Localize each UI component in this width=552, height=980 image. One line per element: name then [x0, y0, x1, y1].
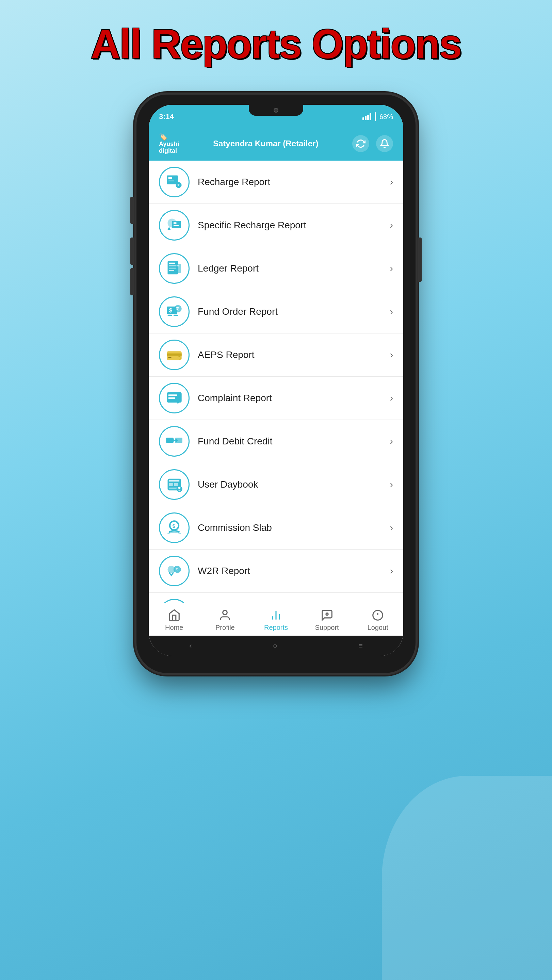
brand-icon: 🏷️ [159, 133, 167, 141]
commission-slab-icon: $ [165, 519, 183, 537]
svg-text:₹: ₹ [177, 183, 180, 187]
phone-screen: 3:14 68% 🏷️ Ayushidigital Satyendra Kuma… [149, 105, 403, 656]
fund-debit-credit-label: Fund Debit Credit [198, 436, 390, 447]
nav-home-label: Home [165, 624, 183, 632]
fund-order-label: Fund Order Report [198, 306, 390, 317]
specific-recharge-icon-wrap [159, 210, 189, 240]
complaint-report-label: Complaint Report [198, 393, 390, 404]
menu-item-w2r-report[interactable]: ₹ W2R Report › [149, 550, 403, 593]
brand-logo: 🏷️ Ayushidigital [159, 133, 179, 154]
menu-item-ledger-report[interactable]: Ledger Report › [149, 247, 403, 290]
svg-rect-12 [169, 267, 177, 268]
svg-rect-7 [173, 222, 177, 224]
menu-item-complaint-report[interactable]: Complaint Report › [149, 377, 403, 420]
page-title: All Reports Options [91, 21, 461, 67]
svg-text:₹: ₹ [176, 568, 178, 572]
fund-debit-credit-icon [165, 433, 183, 450]
svg-point-36 [178, 487, 181, 489]
svg-rect-33 [174, 483, 178, 486]
battery-percent: 68% [379, 113, 393, 121]
w2r-report-icon-wrap: ₹ [159, 556, 189, 586]
commission-slab-chevron: › [390, 522, 393, 533]
commission-slab-label: Commission Slab [198, 522, 390, 533]
menu-item-recharge-report[interactable]: ₹ Recharge Report › [149, 161, 403, 204]
menu-item-specific-recharge[interactable]: Specific Recharge Report › [149, 204, 403, 247]
fund-debit-credit-icon-wrap [159, 426, 189, 457]
svg-point-24 [178, 356, 181, 360]
nav-reports[interactable]: Reports [259, 609, 293, 632]
reports-icon [270, 609, 282, 622]
user-name: Satyendra Kumar (Retailer) [213, 139, 318, 148]
specific-recharge-label: Specific Recharge Report [198, 220, 390, 231]
profile-icon [218, 609, 231, 622]
nav-support-label: Support [315, 624, 339, 632]
complaint-report-icon [165, 389, 183, 407]
refresh-button[interactable] [352, 135, 369, 152]
menu-item-fund-order[interactable]: $ ₹ Fund Order Report › [149, 290, 403, 334]
svg-rect-8 [173, 225, 179, 226]
ledger-report-chevron: › [390, 263, 393, 274]
svg-rect-15 [177, 266, 180, 266]
svg-point-54 [223, 611, 227, 615]
back-gesture[interactable]: ‹ [189, 641, 192, 650]
camera-icon [274, 108, 278, 113]
complaint-report-icon-wrap [159, 383, 189, 414]
menu-item-user-daybook[interactable]: User Daybook › [149, 463, 403, 506]
status-right: 68% [363, 113, 393, 121]
ledger-report-icon [165, 259, 183, 277]
brand-name: Ayushidigital [159, 141, 179, 154]
w2r-report-label: W2R Report [198, 566, 390, 576]
recharge-report-icon-wrap: ₹ [159, 167, 189, 197]
recharge-report-label: Recharge Report [198, 177, 390, 188]
nav-reports-label: Reports [264, 624, 288, 632]
nav-logout[interactable]: Logout [361, 609, 395, 632]
aeps-icon [165, 346, 183, 364]
status-time: 3:14 [159, 112, 174, 121]
fund-order-icon: $ ₹ [165, 303, 183, 321]
bg-decoration [382, 776, 552, 980]
aeps-label: AEPS Report [198, 350, 390, 360]
menu-item-fund-debit-credit[interactable]: Fund Debit Credit › [149, 420, 403, 463]
fund-order-chevron: › [390, 306, 393, 317]
menu-item-commission-slab[interactable]: $ Commission Slab › [149, 506, 403, 550]
svg-rect-3 [169, 177, 172, 179]
daybook-dmt-icon-wrap: $ [159, 599, 189, 603]
header-icons [352, 135, 393, 152]
logout-icon [371, 609, 384, 622]
aeps-icon-wrap [159, 340, 189, 370]
svg-rect-10 [169, 262, 175, 264]
menu-gesture[interactable]: ≡ [358, 641, 363, 650]
notification-button[interactable] [376, 135, 393, 152]
recharge-report-chevron: › [390, 177, 393, 188]
support-icon [321, 609, 334, 622]
nav-support[interactable]: Support [310, 609, 344, 632]
svg-rect-32 [169, 483, 173, 486]
ledger-report-label: Ledger Report [198, 263, 390, 274]
recharge-report-icon: ₹ [165, 173, 183, 191]
home-gesture[interactable]: ○ [273, 641, 277, 650]
svg-rect-25 [167, 392, 181, 402]
phone-gesture-bar: ‹ ○ ≡ [149, 636, 403, 656]
w2r-report-icon: ₹ [165, 562, 183, 580]
signal-icon [363, 113, 371, 120]
complaint-report-chevron: › [390, 393, 393, 404]
svg-rect-14 [176, 264, 181, 273]
specific-recharge-icon [165, 216, 183, 234]
menu-item-aeps[interactable]: AEPS Report › [149, 334, 403, 377]
notch [249, 105, 303, 116]
nav-home[interactable]: Home [157, 609, 191, 632]
svg-point-58 [326, 613, 328, 615]
svg-rect-21 [167, 353, 181, 356]
menu-item-daybook-dmt[interactable]: $ Daybook DMT › [149, 593, 403, 603]
status-bar: 3:14 68% [149, 105, 403, 129]
user-daybook-icon-wrap [159, 469, 189, 500]
svg-rect-11 [169, 266, 177, 266]
phone-frame: 3:14 68% 🏷️ Ayushidigital Satyendra Kuma… [137, 95, 415, 673]
nav-profile[interactable]: Profile [208, 609, 242, 632]
battery-icon [375, 113, 376, 121]
user-daybook-label: User Daybook [198, 479, 390, 490]
content-area: ₹ Recharge Report › [149, 161, 403, 603]
home-icon [168, 609, 181, 622]
commission-slab-icon-wrap: $ [159, 512, 189, 543]
svg-rect-23 [169, 357, 172, 358]
